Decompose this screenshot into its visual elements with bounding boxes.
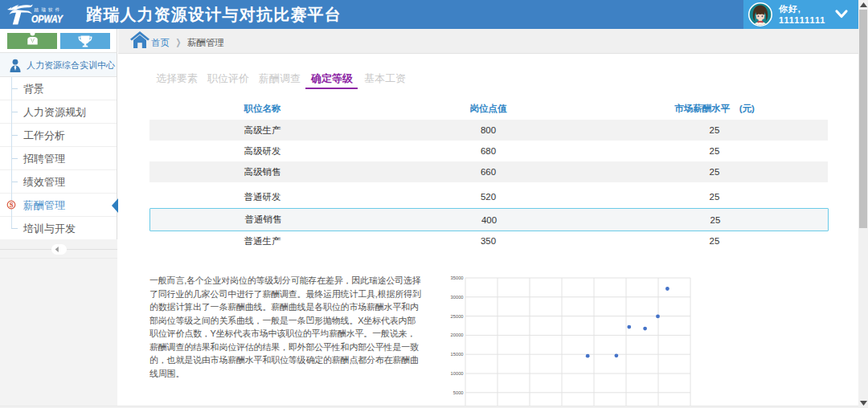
- svg-text:S: S: [10, 201, 14, 209]
- svg-text:20000: 20000: [450, 333, 463, 337]
- svg-text:15000: 15000: [450, 352, 463, 357]
- svg-text:30000: 30000: [450, 295, 463, 300]
- svg-text:OPWAY: OPWAY: [31, 13, 63, 25]
- svg-text:5000: 5000: [453, 390, 464, 395]
- svg-text:10000: 10000: [450, 371, 463, 376]
- svg-text:踏瑞软件: 踏瑞软件: [35, 7, 63, 13]
- svg-text:35000: 35000: [450, 275, 463, 280]
- svg-text:25000: 25000: [450, 314, 463, 319]
